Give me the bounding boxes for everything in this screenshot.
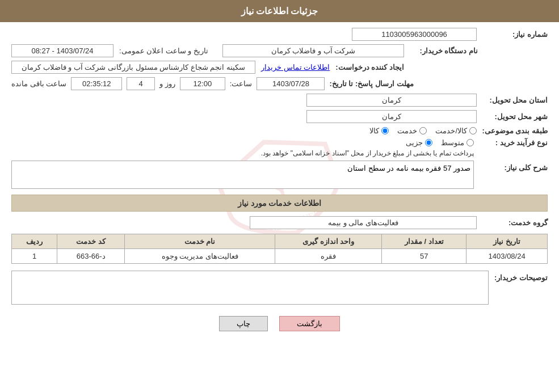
need-number-value: 1103005963000096 [352,28,477,41]
page-wrapper: جزئیات اطلاعات نیاز AhaTender.NET شماره … [0,0,559,392]
col-row-num: ردیف [12,234,57,249]
province-row: استان محل تحویل: کرمان [11,94,548,107]
deadline-countdown: 02:35:12 [71,77,122,90]
radio-partial[interactable]: جزیی [406,138,432,147]
province-label: استان محل تحویل: [480,96,548,104]
radio-medium[interactable]: متوسط [441,138,474,147]
cell-row-num: 1 [12,249,57,264]
radio-service-input[interactable] [419,127,427,134]
need-desc-label: شرح کلی نیاز: [480,161,548,172]
services-table-body: 1403/08/24 57 فقره فعالیت‌های مدیریت وجو… [12,249,548,264]
col-quantity: تعداد / مقدار [382,234,466,249]
need-number-label: شماره نیاز: [480,30,548,39]
radio-medium-input[interactable] [466,139,474,146]
print-button[interactable]: چاپ [219,316,268,331]
requester-value: سکینه انجم شجاع کارشناس مسئول بازرگانی ش… [11,61,255,74]
buyer-org-value: شرکت آب و فاضلاب کرمان [222,44,404,57]
cell-need-date: 1403/08/24 [466,249,548,264]
announce-label: تاریخ و ساعت اعلان عمومی: [119,47,208,55]
deadline-date: 1403/07/28 [257,77,325,90]
requester-label: ایجاد کننده درخواست: [335,63,404,71]
radio-goods-input[interactable] [381,127,389,134]
need-desc-textarea[interactable] [11,161,474,189]
service-group-label: گروه خدمت: [480,218,548,227]
purchase-radio-group: متوسط جزیی [11,138,474,147]
radio-goods-service[interactable]: کالا/خدمت [435,127,477,135]
page-title: جزئیات اطلاعات نیاز [241,6,318,16]
buyer-notes-textarea[interactable] [11,271,489,305]
deadline-days: 4 [127,77,155,90]
city-label: شهر محل تحویل: [480,112,548,121]
province-value: کرمان [306,94,477,107]
cell-quantity: 57 [382,249,466,264]
col-service-name: نام خدمت [125,234,275,249]
services-section-title: اطلاعات خدمات مورد نیاز [11,195,548,212]
announce-datetime-value: 1403/07/24 - 08:27 [11,44,114,57]
deadline-remaining-label: روز و [159,79,175,88]
page-header: جزئیات اطلاعات نیاز [0,0,559,22]
table-row: 1403/08/24 57 فقره فعالیت‌های مدیریت وجو… [12,249,548,264]
buyer-notes-label: توصیحات خریدار: [494,271,548,282]
purchase-type-row: نوع فرآیند خرید : متوسط جزیی پرداخت تمام… [11,138,548,157]
radio-medium-label: متوسط [441,138,464,147]
category-radio-group: کالا/خدمت خدمت کالا [369,127,477,135]
deadline-label: مهلت ارسال پاسخ: تا تاریخ: [329,79,413,88]
need-desc-row: شرح کلی نیاز: [11,161,548,189]
category-label: طبقه بندی موضوعی: [480,127,548,135]
radio-goods-service-label: کالا/خدمت [435,127,467,135]
service-group-row: گروه خدمت: فعالیت‌های مالی و بیمه [11,216,548,229]
table-header-row: تاریخ نیاز تعداد / مقدار واحد اندازه گیر… [12,234,548,249]
service-group-value: فعالیت‌های مالی و بیمه [250,216,477,229]
radio-goods-service-input[interactable] [469,127,477,134]
footer-buttons: بازگشت چاپ [11,316,548,331]
category-row: طبقه بندی موضوعی: کالا/خدمت خدمت کالا [11,127,548,135]
buyer-org-label: نام دستگاه خریدار: [410,47,478,55]
col-need-date: تاریخ نیاز [466,234,548,249]
announce-row: نام دستگاه خریدار: شرکت آب و فاضلاب کرما… [11,44,548,57]
deadline-row: مهلت ارسال پاسخ: تا تاریخ: 1403/07/28 سا… [11,77,548,90]
form-content: شماره نیاز: 1103005963000096 نام دستگاه … [11,28,548,331]
col-service-code: کد خدمت [57,234,125,249]
radio-service[interactable]: خدمت [397,127,427,135]
city-value: کرمان [306,110,477,123]
back-button[interactable]: بازگشت [279,316,340,331]
cell-service-code: د-66-663 [57,249,125,264]
services-table: تاریخ نیاز تعداد / مقدار واحد اندازه گیر… [11,234,548,264]
contact-link[interactable]: اطلاعات تماس خریدار [261,63,330,71]
requester-row: ایجاد کننده درخواست: اطلاعات تماس خریدار… [11,61,548,74]
purchase-type-label: نوع فرآیند خرید : [480,138,548,147]
need-desc-section: شرح کلی نیاز: // Set value after DOM rea… [11,161,548,189]
buyer-notes-section: توصیحات خریدار: [11,271,548,305]
deadline-remaining-text: ساعت باقی مانده [11,79,66,88]
cell-service-name: فعالیت‌های مدیریت وجوه [125,249,275,264]
main-content: AhaTender.NET شماره نیاز: 11030059630000… [0,22,559,348]
need-number-row: شماره نیاز: 1103005963000096 [11,28,548,41]
purchase-desc: پرداخت تمام یا بخشی از مبلغ خریدار از مح… [11,149,474,157]
deadline-time-label: ساعت: [230,79,253,88]
col-unit: واحد اندازه گیری [275,234,381,249]
radio-partial-input[interactable] [425,139,432,146]
radio-service-label: خدمت [397,127,417,135]
city-row: شهر محل تحویل: کرمان [11,110,548,123]
radio-goods-label: کالا [369,127,379,135]
cell-unit: فقره [275,249,381,264]
radio-goods[interactable]: کالا [369,127,389,135]
deadline-time: 12:00 [180,77,225,90]
radio-partial-label: جزیی [406,138,423,147]
